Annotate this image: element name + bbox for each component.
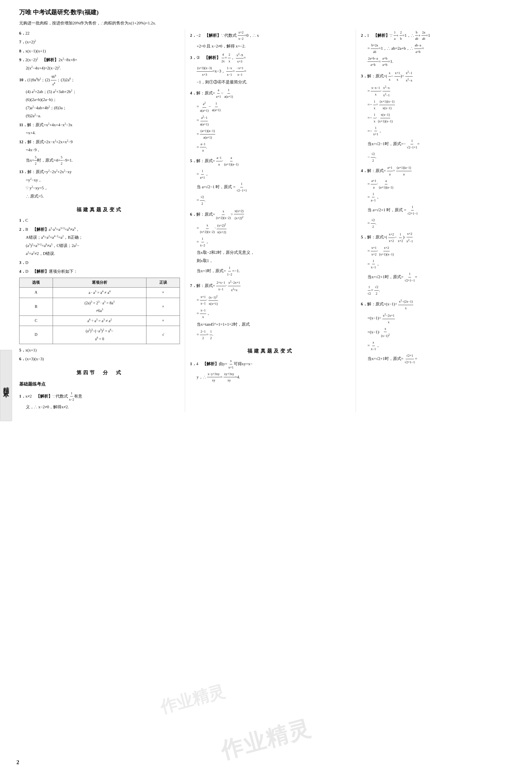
fj-5: 5．x(x+1) — [19, 346, 180, 354]
table-row: D (a2)3−(−a3)2 = a6−a6 = 0 √ — [19, 326, 180, 344]
basic-1: 1．x≠2 【解析】∵代数式 1 x−2 有意 义，∴ x−2≠0，解得x≠2. — [19, 390, 180, 411]
c2-7: 7．解：原式= 2+x−1 x−1 · x2−2x+1 x2+x = x+1 x… — [190, 279, 351, 341]
item-10: 10．(1)9a6b2；(2) 9b6 a4 ；(3)2a8； (4) a2+2… — [19, 73, 180, 120]
header-intro: 元购进一批肉粽，按进价增加20%作为售价，∴肉粽的售价为x(1+20%)=1.2… — [19, 19, 527, 27]
c2-4: 4．解：原式= a a+1 − 1 a(a+1) = a2 a(a+1) − — [190, 87, 351, 154]
basic-exercises-title: 基础题练考点 — [19, 380, 180, 388]
c2-fj1: 1．4 【解析】由y= x x+1 可得xy=x− y，∴ x−y+3xy xy… — [190, 358, 351, 383]
table-row: B (2a)3 = 23 · a3 = 8a3≠6a3 × — [19, 298, 180, 316]
column-3: 2．1 【解析】∵ 1 a + 2 b =1，∴ b ab + 2a — [356, 29, 527, 412]
table-header-analysis: 逐项分析 — [53, 278, 146, 287]
table-header-result: 正误 — [146, 278, 180, 287]
c3-3: 3．解：原式=( x x − x+1 x )÷ x2−1 x2−x = — [361, 69, 522, 163]
main-content: 万唯 中考试题研究·数学(福建) 元购进一批肉粽，按进价增加20%作为售价，∴肉… — [14, 0, 532, 771]
column-1: 6．22 7．(x+2)2 8．x(x−1)(x+1) 9．2(x−2)2 【解… — [19, 29, 185, 412]
item-12: 12．解：原式=2x−x2+2x+x2−9 =4x−9， 当x=52时，原式=4… — [19, 138, 180, 167]
header-title: 万唯 中考试题研究·数学(福建) — [19, 8, 527, 16]
table-row: C a6 ÷ a3 = a3 ≠ a2 × — [19, 316, 180, 326]
fujian-section-1: 福建真题及变式 — [19, 205, 180, 214]
fj-3: 3．D — [19, 259, 180, 267]
page-container: 精讲本 万唯 中考试题研究·数学(福建) 元购进一批肉粽，按进价增加20%作为售… — [0, 0, 532, 771]
item-9: 9．2(x−2)2 【解析】2x2−8x+8= 2(x2−4x+4)=2(x−2… — [19, 56, 180, 72]
fj-6: 6．(x+3)(x−3) — [19, 355, 180, 363]
c3-6: 6．解：原式=(x−1)÷ x2−(2x−1) x =(x−1)÷ x2−2x+… — [361, 298, 522, 365]
side-tab: 精讲本 — [0, 350, 12, 421]
column-2: 2．−2 【解析】∵代数式 x+2 x−2 =0，∴ x +2=0 且 x−2≠… — [185, 29, 356, 412]
c2-5: 5．解：原式= a−1 a · a (a+1)(a−1) = 1 a+1 ， — [190, 155, 351, 207]
columns-wrapper: 6．22 7．(x+2)2 8．x(x−1)(x+1) 9．2(x−2)2 【解… — [19, 29, 527, 412]
table-row: A a · a3 = a4 ≠ a4 × — [19, 287, 180, 298]
item-6: 6．22 — [19, 29, 180, 37]
fj-4: 4．D 【解析】逐项分析如下： — [19, 267, 180, 275]
table-header-option: 选项 — [19, 278, 53, 287]
item-11: 11．解：原式=x2+4x+4−x2−3x =x+4. — [19, 121, 180, 137]
fj-2: 2．B 【解析】a3·a3=a3+3=a6≠a9， A错误；a4÷a2=a4−2… — [19, 225, 180, 258]
c3-4: 4．解：原式= a+1 a ÷ (a+1)(a−1) a = a+1 a · — [361, 165, 522, 230]
c3-5: 5．解：原式=( x+2 x+2 − 1 x+2 )· x+2 x2−1 = — [361, 231, 522, 296]
side-tab-label: 精讲本 — [2, 382, 10, 389]
c2-2: 2．−2 【解析】∵代数式 x+2 x−2 =0，∴ x +2=0 且 x−2≠… — [190, 29, 351, 50]
page-number: 2 — [16, 759, 19, 766]
c3-2: 2．1 【解析】∵ 1 a + 2 b =1，∴ b ab + 2a — [361, 29, 522, 68]
fj-1: 1．C — [19, 216, 180, 224]
item-7: 7．(x+2)2 — [19, 38, 180, 46]
c2-3: 3．② 【解析】 4 2x = 2 x ， x2−9 x+3 = — [190, 51, 351, 86]
fujian2-title: 福建真题及变式 — [190, 346, 351, 355]
section-4-title: 第四节 分 式 — [19, 368, 180, 377]
c2-6: 6．解：原式= x (x+2)(x−2) ÷ x(x+2) (x+2)2 = x… — [190, 208, 351, 278]
item-8: 8．x(x−1)(x+1) — [19, 47, 180, 55]
answer-table: 选项 逐项分析 正误 A a · a3 = a4 ≠ a4 × B — [19, 278, 180, 344]
item-13: 13．解：原式=y2−2x2+2x2−xy =y2−xy， ∵ y2−xy=5，… — [19, 168, 180, 200]
